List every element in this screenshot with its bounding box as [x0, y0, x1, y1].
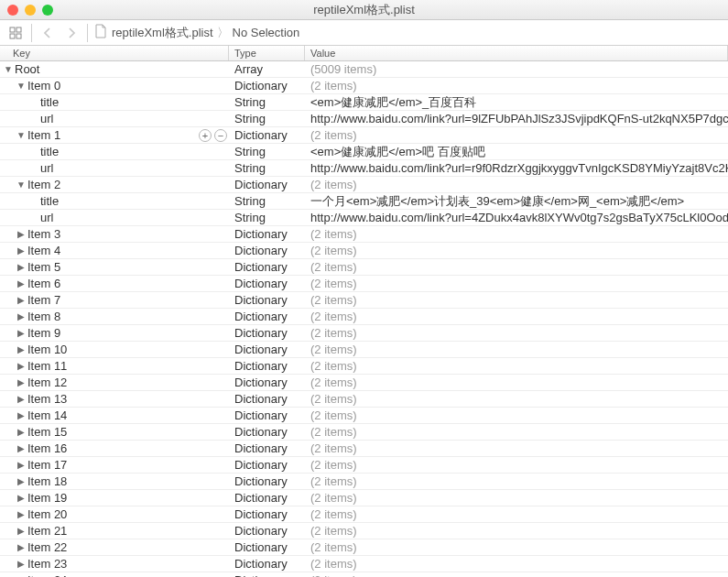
disclosure-triangle-icon[interactable]: ▶	[16, 345, 26, 354]
table-row[interactable]: ▶Item 13Dictionary(2 items)	[0, 391, 728, 408]
value-cell: (2 items)	[305, 310, 728, 323]
disclosure-triangle-icon[interactable]: ▶	[16, 279, 26, 288]
table-row[interactable]: ▶Item 10Dictionary(2 items)	[0, 342, 728, 358]
type-cell: Dictionary	[229, 310, 305, 323]
table-row[interactable]: ▼RootArray(5009 items)	[0, 61, 728, 78]
window-title: reptileXml格式.plist	[0, 2, 728, 18]
disclosure-triangle-icon[interactable]: ▶	[16, 395, 26, 404]
key-label: Item 14	[26, 408, 67, 422]
breadcrumb: reptileXml格式.plist 〉 No Selection	[93, 24, 299, 41]
key-label: Item 15	[26, 425, 67, 439]
view-grid-icon[interactable]	[5, 24, 26, 42]
type-cell: Dictionary	[229, 507, 305, 521]
disclosure-triangle-icon[interactable]: ▶	[16, 312, 26, 321]
type-cell: Dictionary	[229, 458, 305, 472]
table-row[interactable]: ▶Item 17Dictionary(2 items)	[0, 457, 728, 474]
key-label: Item 13	[26, 392, 67, 406]
table-row[interactable]: titleString<em>健康减肥</em>_百度百科	[0, 94, 728, 111]
disclosure-triangle-icon[interactable]: ▶	[16, 378, 26, 387]
table-row[interactable]: urlStringhttp://www.baidu.com/link?url=4…	[0, 210, 728, 226]
disclosure-triangle-icon[interactable]: ▶	[16, 411, 26, 420]
key-label: Item 6	[26, 277, 60, 290]
column-header-value[interactable]: Value	[305, 46, 728, 60]
table-row[interactable]: ▶Item 5Dictionary(2 items)	[0, 259, 728, 276]
table-row[interactable]: titleString一个月<em>减肥</em>计划表_39<em>健康</e…	[0, 193, 728, 210]
value-cell: http://www.baidu.com/link?url=9lZFUbPAhJ…	[305, 112, 728, 125]
key-label: Item 17	[26, 458, 67, 472]
table-row[interactable]: ▶Item 11Dictionary(2 items)	[0, 358, 728, 375]
value-cell: (2 items)	[305, 376, 728, 389]
nav-forward-button[interactable]	[61, 24, 81, 42]
column-headers: Key Type Value	[0, 46, 728, 61]
table-row[interactable]: urlStringhttp://www.baidu.com/link?url=r…	[0, 160, 728, 177]
zoom-window-button[interactable]	[42, 5, 53, 16]
type-cell: Dictionary	[229, 359, 305, 373]
value-cell: (2 items)	[305, 128, 728, 142]
disclosure-triangle-icon[interactable]: ▶	[16, 527, 26, 536]
type-cell: String	[229, 112, 305, 125]
table-row[interactable]: ▶Item 23Dictionary(2 items)	[0, 556, 728, 572]
close-window-button[interactable]	[7, 5, 18, 16]
table-row[interactable]: ▶Item 14Dictionary(2 items)	[0, 408, 728, 424]
table-row[interactable]: ▶Item 24Dictionary(2 items)	[0, 572, 728, 577]
table-row[interactable]: ▶Item 18Dictionary(2 items)	[0, 474, 728, 490]
add-row-button[interactable]: +	[199, 129, 212, 142]
disclosure-triangle-icon[interactable]: ▶	[16, 477, 26, 486]
disclosure-triangle-icon[interactable]: ▶	[16, 362, 26, 371]
disclosure-triangle-icon[interactable]: ▶	[16, 263, 26, 272]
disclosure-triangle-icon[interactable]: ▶	[16, 560, 26, 569]
table-row[interactable]: ▶Item 3Dictionary(2 items)	[0, 226, 728, 243]
table-row[interactable]: ▼Item 1+−Dictionary(2 items)	[0, 127, 728, 144]
remove-row-button[interactable]: −	[214, 129, 227, 142]
value-cell: (2 items)	[305, 491, 728, 505]
nav-back-button[interactable]	[38, 24, 58, 42]
table-row[interactable]: titleString<em>健康减肥</em>吧 百度贴吧	[0, 144, 728, 160]
key-label: Item 21	[26, 524, 67, 538]
column-header-type[interactable]: Type	[229, 46, 305, 60]
table-row[interactable]: ▼Item 2Dictionary(2 items)	[0, 177, 728, 193]
disclosure-triangle-icon[interactable]: ▶	[16, 494, 26, 503]
column-header-key[interactable]: Key	[0, 46, 229, 60]
table-row[interactable]: ▶Item 12Dictionary(2 items)	[0, 375, 728, 391]
disclosure-triangle-icon[interactable]: ▼	[16, 180, 26, 190]
disclosure-triangle-icon[interactable]: ▶	[16, 444, 26, 453]
table-row[interactable]: ▶Item 7Dictionary(2 items)	[0, 292, 728, 309]
key-label: Item 20	[26, 507, 67, 521]
value-cell: (2 items)	[305, 359, 728, 373]
disclosure-triangle-icon[interactable]: ▼	[16, 82, 26, 91]
table-row[interactable]: ▶Item 22Dictionary(2 items)	[0, 539, 728, 556]
value-cell: <em>健康减肥</em>吧 百度贴吧	[305, 144, 728, 160]
disclosure-triangle-icon[interactable]: ▶	[16, 296, 26, 305]
disclosure-triangle-icon[interactable]: ▶	[16, 428, 26, 437]
type-cell: Dictionary	[229, 178, 305, 191]
disclosure-triangle-icon[interactable]: ▼	[16, 131, 26, 140]
table-row[interactable]: ▶Item 21Dictionary(2 items)	[0, 523, 728, 539]
key-label: Item 22	[26, 540, 67, 554]
breadcrumb-file[interactable]: reptileXml格式.plist	[112, 25, 213, 41]
value-cell: (2 items)	[305, 244, 728, 257]
key-label: url	[38, 211, 53, 224]
type-cell: Dictionary	[229, 128, 305, 142]
table-row[interactable]: ▶Item 19Dictionary(2 items)	[0, 490, 728, 506]
disclosure-triangle-icon[interactable]: ▶	[16, 461, 26, 470]
key-label: Item 4	[26, 244, 60, 257]
table-row[interactable]: ▶Item 16Dictionary(2 items)	[0, 441, 728, 457]
minimize-window-button[interactable]	[25, 5, 36, 16]
disclosure-triangle-icon[interactable]: ▶	[16, 246, 26, 256]
disclosure-triangle-icon[interactable]: ▶	[16, 230, 26, 239]
table-row[interactable]: ▶Item 4Dictionary(2 items)	[0, 243, 728, 259]
value-cell: (2 items)	[305, 227, 728, 241]
disclosure-triangle-icon[interactable]: ▶	[16, 329, 26, 338]
table-row[interactable]: ▶Item 9Dictionary(2 items)	[0, 325, 728, 342]
disclosure-triangle-icon[interactable]: ▼	[4, 65, 13, 74]
disclosure-triangle-icon[interactable]: ▶	[16, 510, 26, 519]
table-row[interactable]: ▼Item 0Dictionary(2 items)	[0, 78, 728, 94]
table-row[interactable]: ▶Item 8Dictionary(2 items)	[0, 309, 728, 325]
table-row[interactable]: ▶Item 20Dictionary(2 items)	[0, 506, 728, 523]
table-row[interactable]: urlStringhttp://www.baidu.com/link?url=9…	[0, 111, 728, 127]
type-cell: Dictionary	[229, 557, 305, 571]
type-cell: Dictionary	[229, 524, 305, 538]
table-row[interactable]: ▶Item 6Dictionary(2 items)	[0, 276, 728, 292]
table-row[interactable]: ▶Item 15Dictionary(2 items)	[0, 424, 728, 441]
disclosure-triangle-icon[interactable]: ▶	[16, 543, 26, 552]
